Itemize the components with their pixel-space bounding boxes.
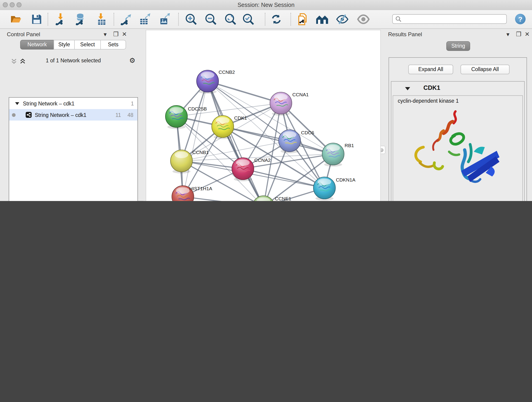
clone-network-icon	[298, 13, 308, 25]
export-network-icon	[120, 13, 132, 25]
toolbar-separator	[178, 13, 179, 26]
open-folder-icon	[11, 15, 22, 24]
cdk1-section-header[interactable]: CDK1	[391, 82, 524, 95]
network-graph[interactable]: CCNB2CCNA1CDC25BCDK1CDC6RB1CCNB1CCNA2CDK…	[146, 30, 380, 201]
export-table-icon	[139, 13, 150, 25]
homes-icon	[316, 14, 329, 24]
export-image-icon	[159, 13, 170, 25]
expand-all-button[interactable]: Expand All	[408, 65, 453, 74]
section-collapse-caret-icon[interactable]	[405, 87, 410, 91]
home-layout-button[interactable]	[316, 13, 328, 25]
expand-all-networks-icon[interactable]	[20, 58, 26, 64]
import-network-icon	[56, 13, 66, 25]
network-selection-summary: 1 of 1 Network selected	[32, 58, 114, 63]
network-options-gear-icon[interactable]: ⚙	[129, 57, 135, 64]
zoom-fit-content-button[interactable]	[225, 13, 236, 25]
control-panel-tabs: NetworkStyleSelectSets	[20, 40, 126, 50]
panel-float-icon[interactable]: ❒	[516, 31, 521, 37]
import-network-button[interactable]	[55, 13, 67, 25]
clone-network-button[interactable]	[297, 13, 309, 25]
import-network-from-database-button[interactable]	[74, 13, 86, 25]
cytoscape-window: Session: New Session	[0, 0, 532, 201]
toolbar-separator	[114, 13, 114, 26]
toolbar-separator	[48, 13, 48, 26]
network-node-label-CDC25B: CDC25B	[188, 106, 207, 111]
show-all-button[interactable]	[357, 13, 369, 25]
network-row-selected[interactable]: String Network – cdk1 11 48	[9, 109, 138, 121]
zoom-fit-icon	[225, 13, 236, 25]
string-results-box: Expand All Collapse All CDK1 cyclin-depe…	[389, 57, 527, 201]
edge-count: 48	[127, 112, 133, 118]
network-edge-CCNB2-HIST1H1A[interactable]	[183, 81, 208, 197]
eye-slash-icon	[336, 14, 349, 25]
import-table-button[interactable]	[96, 13, 108, 25]
panel-close-icon[interactable]: ✕	[122, 31, 127, 37]
network-node-label-CCNB2: CCNB2	[219, 70, 235, 75]
network-label: String Network – cdk1	[35, 112, 86, 118]
export-table-button[interactable]	[139, 13, 151, 25]
question-mark-icon: ?	[518, 15, 522, 23]
open-session-button[interactable]	[10, 13, 22, 25]
zoom-in-button[interactable]	[185, 13, 197, 25]
network-node-label-CDC6: CDC6	[301, 130, 314, 135]
tab-string[interactable]: String	[446, 41, 470, 51]
collapse-all-button[interactable]: Collapse All	[461, 65, 510, 74]
export-image-button[interactable]	[158, 13, 171, 25]
control-panel-title: Control Panel	[7, 31, 40, 38]
network-collection-row[interactable]: String Network – cdk1 1	[9, 98, 138, 109]
refresh-view-button[interactable]	[270, 13, 282, 25]
network-node-label-CCNA1: CCNA1	[292, 92, 309, 97]
control-panel: Control Panel ▼ ❒ ✕ NetworkStyleSelectSe…	[3, 30, 137, 201]
protein-structure-image[interactable]	[401, 108, 511, 199]
tab-sets[interactable]: Sets	[100, 40, 126, 50]
collapse-all-networks-icon[interactable]	[11, 58, 17, 64]
search-input[interactable]	[403, 16, 506, 22]
network-node-label-HIST1H1A: HIST1H1A	[189, 186, 212, 191]
save-session-button[interactable]	[31, 13, 43, 25]
left-splitter-handle[interactable]	[136, 201, 144, 201]
gene-description: cyclin-dependent kinase 1	[398, 98, 459, 104]
tree-expand-caret-icon[interactable]	[15, 102, 19, 105]
zoom-selected-button[interactable]	[242, 13, 254, 25]
network-node-label-RB1: RB1	[345, 143, 354, 148]
panel-close-icon[interactable]: ✕	[525, 31, 530, 37]
window-title: Session: New Session	[0, 2, 532, 8]
save-icon	[32, 14, 42, 24]
refresh-icon	[271, 14, 282, 25]
node-count: 11	[115, 112, 121, 118]
toolbar-separator	[265, 13, 265, 26]
database-import-icon	[74, 13, 86, 25]
network-tree: String Network – cdk1 1 String Network –…	[9, 97, 138, 201]
tab-style[interactable]: Style	[54, 40, 75, 50]
panel-menu-caret-icon[interactable]: ▼	[505, 32, 510, 37]
network-edge-CCNB2-CCNA1[interactable]	[208, 81, 281, 103]
collection-count: 1	[131, 101, 134, 106]
export-network-button[interactable]	[120, 13, 132, 25]
toolbar-search	[392, 14, 507, 24]
network-node-label-CDKN1A: CDKN1A	[336, 177, 355, 182]
network-canvas[interactable]: CCNB2CCNA1CDC25BCDK1CDC6RB1CCNB1CCNA2CDK…	[146, 30, 381, 201]
network-node-label-CCNB1: CCNB1	[192, 150, 209, 155]
results-panel-title: Results Panel	[388, 31, 422, 38]
zoom-in-icon	[185, 13, 197, 25]
hide-unselected-button[interactable]	[336, 13, 348, 25]
view-status-dot-icon	[12, 113, 16, 117]
results-panel: Results Panel ▼ ❒ ✕ String Expand All Co…	[383, 30, 532, 201]
tab-select[interactable]: Select	[74, 40, 101, 50]
string-network-badge-icon	[26, 112, 32, 118]
gene-name: CDK1	[423, 84, 440, 91]
collection-label: String Network – cdk1	[23, 101, 75, 106]
tab-network[interactable]: Network	[20, 40, 54, 50]
cdk1-section-body: cyclin-dependent kinase 1	[393, 95, 523, 201]
toolbar-separator	[291, 13, 291, 26]
panel-float-icon[interactable]: ❒	[113, 31, 119, 37]
network-node-label-CDK1: CDK1	[234, 115, 247, 121]
zoom-out-button[interactable]	[205, 13, 217, 25]
network-node-label-CCNE1: CCNE1	[275, 196, 291, 201]
panel-menu-caret-icon[interactable]: ▼	[103, 32, 108, 37]
search-icon	[395, 16, 401, 22]
network-node-label-CCNA2: CCNA2	[254, 157, 271, 163]
help-button[interactable]: ?	[515, 14, 526, 24]
zoom-out-icon	[205, 13, 217, 25]
title-bar: Session: New Session	[0, 0, 532, 11]
